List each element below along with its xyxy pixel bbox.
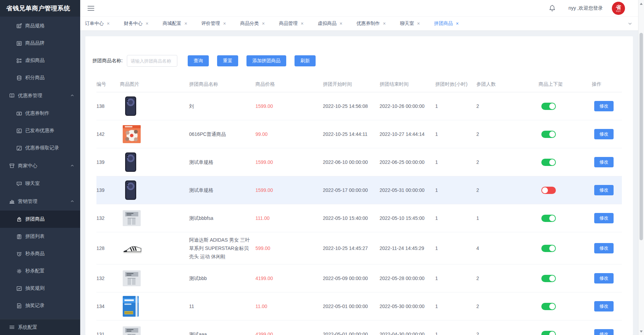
sidebar-item-lottery-record[interactable]: 抽奖记录 (0, 297, 80, 314)
group-product-name-input[interactable] (127, 55, 177, 67)
cell-id: 131 (96, 332, 120, 335)
cell-status (539, 275, 592, 282)
tab-item-5[interactable]: 商品管理× (279, 20, 304, 27)
status-toggle[interactable] (541, 331, 556, 335)
sidebar-item-label: 拼团列表 (25, 233, 45, 240)
tab-item-3[interactable]: 评价管理× (202, 20, 226, 27)
participant-count: 2 (476, 276, 539, 281)
close-icon[interactable]: × (383, 21, 386, 26)
sidebar-item-coupon-published[interactable]: 已发布优惠券 (0, 122, 80, 139)
cell-status (539, 131, 592, 138)
query-button[interactable]: 查询 (188, 55, 209, 66)
sidebar-item-system-config[interactable]: 系统配置 (0, 319, 80, 335)
table-row: 131测试aaa4399.002022-05-01 00:00:002022-0… (96, 320, 622, 335)
tab-item-2[interactable]: 商城配置× (162, 20, 187, 27)
status-toggle[interactable] (541, 275, 556, 282)
status-toggle[interactable] (541, 303, 556, 310)
cell-action: 修改 (592, 301, 622, 311)
edit-button[interactable]: 修改 (594, 157, 614, 167)
notification-bell-icon[interactable] (549, 4, 556, 12)
close-icon[interactable]: × (223, 21, 226, 26)
participant-count: 2 (476, 187, 539, 193)
scroll-down-arrow[interactable] (638, 328, 644, 334)
sidebar-item-coupon-manage[interactable]: 优惠券管理 (0, 86, 80, 105)
sidebar-item-lottery-rule[interactable]: 抽奖规则 (0, 280, 80, 297)
participant-count: 2 (476, 131, 539, 137)
chevron-down-icon (627, 21, 633, 26)
tab-item-1[interactable]: 财务中心× (124, 20, 148, 27)
reset-button[interactable]: 重置 (217, 55, 238, 66)
add-group-product-button[interactable]: 添加拼团商品 (246, 55, 286, 66)
sidebar-item-group-product[interactable]: 拼团商品 (0, 211, 80, 228)
sidebar-item-seckill-product[interactable]: 秒杀商品 (0, 245, 80, 262)
edit-button[interactable]: 修改 (594, 185, 614, 195)
cell-action: 修改 (592, 273, 622, 283)
status-toggle[interactable] (541, 215, 556, 222)
sidebar-item-chat-room[interactable]: 聊天室 (0, 175, 80, 192)
toggle-knob (549, 131, 555, 137)
tab-item-9[interactable]: 拼团商品× (434, 20, 459, 27)
edit-button[interactable]: 修改 (594, 243, 614, 253)
sidebar-item-product-spec[interactable]: 商品规格 (0, 17, 80, 35)
sidebar-item-coupon-make[interactable]: 优惠券制作 (0, 105, 80, 122)
sidebar-item-group-list[interactable]: 拼团列表 (0, 228, 80, 245)
close-icon[interactable]: × (339, 21, 342, 26)
tab-dropdown-button[interactable] (625, 17, 635, 30)
close-icon[interactable]: × (107, 21, 110, 26)
sidebar-item-product-brand[interactable]: 商品品牌 (0, 35, 80, 52)
scrollbar[interactable] (638, 0, 644, 335)
sidebar-item-virtual-product[interactable]: 虚拟商品 (0, 52, 80, 69)
edit-button[interactable]: 修改 (594, 129, 614, 139)
tab-label: 虚拟商品 (318, 20, 336, 27)
status-toggle[interactable] (541, 245, 556, 252)
close-icon[interactable]: × (146, 21, 148, 26)
column-header-9: 操作 (592, 81, 622, 87)
status-toggle[interactable] (541, 159, 556, 166)
end-time: 2022-11-24 14:45:29 (380, 245, 435, 251)
start-time: 2022-10-25 14:45:27 (323, 245, 380, 251)
scroll-up-arrow[interactable] (638, 1, 644, 7)
sidebar-item-label: 优惠券制作 (25, 110, 49, 117)
tab-item-8[interactable]: 聊天室× (400, 20, 420, 27)
avatar[interactable]: 省 SQX (612, 2, 625, 15)
product-spec-icon (16, 23, 22, 29)
product-image (123, 326, 189, 335)
menu-collapse-button[interactable] (87, 5, 95, 12)
merchant-center-icon (9, 163, 15, 169)
sidebar-item-merchant-center[interactable]: 商家中心 (0, 157, 80, 175)
toggle-knob (549, 159, 555, 165)
duration-hours: 1 (435, 304, 476, 309)
edit-button[interactable]: 修改 (594, 273, 614, 283)
status-toggle[interactable] (541, 131, 556, 138)
close-icon[interactable]: × (184, 21, 187, 26)
sidebar-item-marketing-manage[interactable]: 营销管理 (0, 192, 80, 211)
toggle-knob (549, 332, 555, 335)
sidebar-item-coupon-record[interactable]: 优惠券领取记录 (0, 139, 80, 157)
close-icon[interactable]: × (417, 21, 420, 26)
edit-button[interactable]: 修改 (594, 329, 614, 335)
close-icon[interactable]: × (456, 21, 459, 26)
sidebar-menu: 商品规格商品品牌虚拟商品积分商品优惠券管理优惠券制作已发布优惠券优惠券领取记录商… (0, 17, 80, 314)
end-time: 2022-06-25 00:00:00 (380, 159, 435, 165)
sidebar-item-seckill-config[interactable]: 秒杀配置 (0, 262, 80, 280)
product-image (123, 296, 189, 317)
edit-button[interactable]: 修改 (594, 101, 614, 111)
toggle-knob (549, 276, 555, 281)
status-toggle[interactable] (541, 103, 556, 110)
toggle-knob (549, 304, 555, 309)
tab-item-7[interactable]: 优惠券制作× (356, 20, 386, 27)
status-toggle[interactable] (541, 187, 556, 194)
tab-item-0[interactable]: 订单中心× (85, 20, 110, 27)
edit-button[interactable]: 修改 (594, 301, 614, 311)
start-time: 2022-05-10 15:40:00 (323, 215, 380, 221)
tab-item-6[interactable]: 虚拟商品× (318, 20, 342, 27)
refresh-button[interactable]: 刷新 (295, 55, 316, 66)
cell-id: 139 (96, 159, 120, 165)
tab-item-4[interactable]: 商品分类× (240, 20, 265, 27)
edit-button[interactable]: 修改 (594, 213, 614, 223)
scrollbar-thumb[interactable] (640, 33, 643, 240)
close-icon[interactable]: × (301, 21, 304, 26)
sidebar-item-points-product[interactable]: 积分商品 (0, 69, 80, 86)
system-config-icon (9, 324, 15, 330)
close-icon[interactable]: × (262, 21, 265, 26)
